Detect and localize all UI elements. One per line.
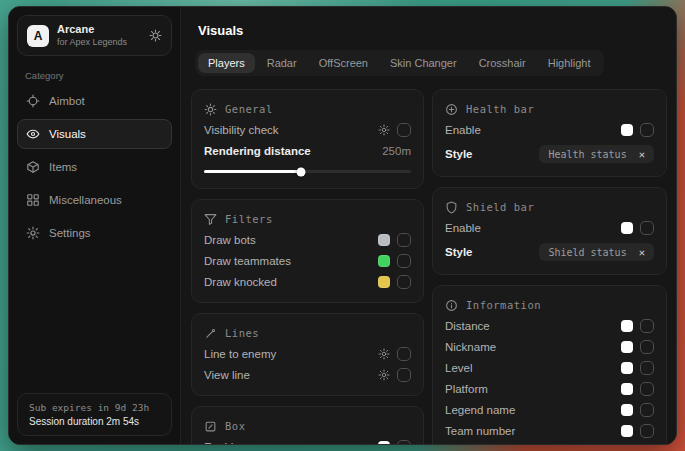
checkbox[interactable] <box>397 233 411 247</box>
filter-icon <box>204 213 217 226</box>
page-title: Visuals <box>198 23 667 38</box>
checkbox[interactable] <box>397 440 411 445</box>
gear-icon[interactable] <box>378 124 390 136</box>
color-swatch[interactable] <box>621 320 633 332</box>
color-swatch[interactable] <box>378 441 390 445</box>
checkbox[interactable] <box>640 340 654 354</box>
color-swatch[interactable] <box>378 234 390 246</box>
style-select[interactable]: Shield status ✕ <box>539 243 654 261</box>
tab-players[interactable]: Players <box>198 53 255 73</box>
draw-knocked-row: Draw knocked <box>204 271 411 292</box>
checkbox[interactable] <box>640 361 654 375</box>
app-subtitle: for Apex Legends <box>57 37 127 48</box>
color-swatch[interactable] <box>621 425 633 437</box>
tab-offscreen[interactable]: OffScreen <box>309 53 378 73</box>
sidebar-item-aimbot[interactable]: Aimbot <box>17 86 172 116</box>
tab-radar[interactable]: Radar <box>257 53 307 73</box>
cube-icon <box>26 160 40 174</box>
tab-skin-changer[interactable]: Skin Changer <box>380 53 467 73</box>
sidebar: A Arcane for Apex Legends Category Aimbo… <box>9 7 181 444</box>
slider-thumb[interactable] <box>297 167 306 176</box>
sidebar-item-label: Miscellaneous <box>49 194 122 206</box>
level-row: Level <box>445 357 654 378</box>
section-title: Information <box>466 299 541 311</box>
crosshair-icon <box>26 94 40 108</box>
checkbox[interactable] <box>640 221 654 235</box>
section-title: Box <box>225 420 245 432</box>
checkbox[interactable] <box>640 123 654 137</box>
health-cross-icon <box>445 103 458 116</box>
sidebar-item-label: Items <box>49 161 77 173</box>
information-card: Information Distance Nickname <box>432 285 667 444</box>
color-swatch[interactable] <box>621 404 633 416</box>
checkbox[interactable] <box>640 403 654 417</box>
gear-icon[interactable] <box>378 348 390 360</box>
sidebar-nav: Aimbot Visuals Items Miscellaneous <box>9 86 180 251</box>
platform-row: Platform <box>445 378 654 399</box>
app-logo: A <box>27 25 49 47</box>
app-window: A Arcane for Apex Legends Category Aimbo… <box>8 6 677 445</box>
grid-icon <box>26 193 40 207</box>
gear-icon[interactable] <box>149 29 162 42</box>
color-swatch[interactable] <box>378 255 390 267</box>
nickname-row: Nickname <box>445 336 654 357</box>
style-select[interactable]: Health status ✕ <box>539 145 654 163</box>
visibility-check-row: Visibility check <box>204 119 411 140</box>
app-name: Arcane <box>57 23 127 37</box>
info-icon <box>445 299 458 312</box>
section-title: Health bar <box>466 103 534 115</box>
sidebar-item-visuals[interactable]: Visuals <box>17 119 172 149</box>
section-title: Filters <box>225 213 273 225</box>
sidebar-item-label: Aimbot <box>49 95 85 107</box>
checkbox[interactable] <box>397 254 411 268</box>
general-card: General Visibility check Rendering dista… <box>191 89 424 189</box>
checkbox[interactable] <box>397 275 411 289</box>
box-icon <box>204 420 217 433</box>
shield-enable-row: Enable <box>445 217 654 238</box>
gear-icon <box>26 226 40 240</box>
session-duration-text: Session duration 2m 54s <box>29 416 160 427</box>
weapon-in-hands-row: Weapon in hands <box>445 441 654 444</box>
tab-highlight[interactable]: Highlight <box>538 53 601 73</box>
color-swatch[interactable] <box>621 222 633 234</box>
health-enable-row: Enable <box>445 119 654 140</box>
draw-teammates-row: Draw teammates <box>204 250 411 271</box>
checkbox[interactable] <box>397 123 411 137</box>
checkbox[interactable] <box>640 424 654 438</box>
checkbox[interactable] <box>397 368 411 382</box>
section-title: Lines <box>225 327 259 339</box>
color-swatch[interactable] <box>621 124 633 136</box>
color-swatch[interactable] <box>621 341 633 353</box>
section-title: General <box>225 103 273 115</box>
desktop-background: { "brand": { "initial": "A", "name": "Ar… <box>0 0 685 451</box>
style-select-value: Health status <box>548 149 626 160</box>
sun-icon <box>204 103 217 116</box>
sidebar-item-settings[interactable]: Settings <box>17 218 172 248</box>
sidebar-item-miscellaneous[interactable]: Miscellaneous <box>17 185 172 215</box>
line-to-enemy-row: Line to enemy <box>204 343 411 364</box>
color-swatch[interactable] <box>621 362 633 374</box>
distance-row: Distance <box>445 315 654 336</box>
color-swatch[interactable] <box>621 383 633 395</box>
close-icon[interactable]: ✕ <box>639 246 645 258</box>
checkbox[interactable] <box>397 347 411 361</box>
checkbox[interactable] <box>640 382 654 396</box>
style-select-value: Shield status <box>548 247 626 258</box>
view-line-row: View line <box>204 364 411 385</box>
sidebar-item-items[interactable]: Items <box>17 152 172 182</box>
color-swatch[interactable] <box>378 276 390 288</box>
draw-bots-row: Draw bots <box>204 229 411 250</box>
close-icon[interactable]: ✕ <box>639 148 645 160</box>
eye-icon <box>26 127 40 141</box>
tab-crosshair[interactable]: Crosshair <box>469 53 536 73</box>
rendering-distance-slider[interactable] <box>204 170 411 173</box>
gear-icon[interactable] <box>378 369 390 381</box>
checkbox[interactable] <box>640 319 654 333</box>
section-title: Shield bar <box>466 201 534 213</box>
shield-style-row: Style Shield status ✕ <box>445 240 654 264</box>
content-columns: General Visibility check Rendering dista… <box>191 89 667 444</box>
rendering-distance-row: Rendering distance 250m <box>204 140 411 161</box>
slider-value: 250m <box>382 145 411 157</box>
lines-card: Lines Line to enemy View line <box>191 313 424 396</box>
sub-expires-text: Sub expires in 9d 23h <box>29 402 160 413</box>
